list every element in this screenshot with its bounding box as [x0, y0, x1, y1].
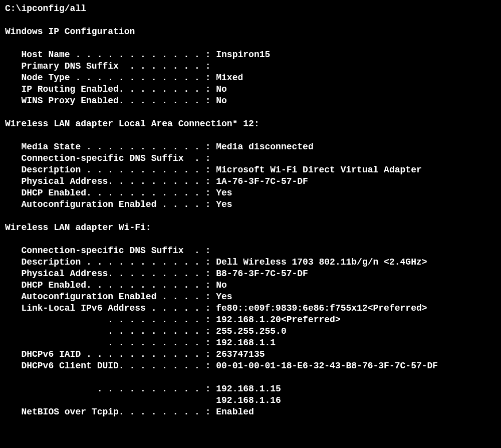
dhcp-enabled-line: DHCP Enabled. . . . . . . . . . . : Yes: [5, 188, 232, 198]
netbios-over-tcpip-line: NetBIOS over Tcpip. . . . . . . . : Enab…: [5, 407, 254, 417]
ipv4-address-line: . . . . . . . . . : 192.168.1.20<Preferr…: [5, 315, 341, 325]
terminal-output: C:\ipconfig/all Windows IP Configuration…: [0, 0, 501, 421]
wins-proxy-enabled-line: WINS Proxy Enabled. . . . . . . . : No: [5, 96, 227, 106]
media-state-line: Media State . . . . . . . . . . . : Medi…: [5, 142, 314, 152]
connection-specific-dns-suffix-line: Connection-specific DNS Suffix . :: [5, 153, 210, 163]
node-type-line: Node Type . . . . . . . . . . . . : Mixe…: [5, 73, 243, 83]
link-local-ipv6-address-line: Link-Local IPv6 Address . . . . . : fe80…: [5, 303, 427, 313]
autoconfiguration-enabled-line: Autoconfiguration Enabled . . . . : Yes: [5, 292, 232, 302]
physical-address-line: Physical Address. . . . . . . . . : 1A-7…: [5, 176, 308, 186]
physical-address-line: Physical Address. . . . . . . . . : B8-7…: [5, 269, 308, 279]
dhcpv6-iaid-line: DHCPv6 IAID . . . . . . . . . . . : 2637…: [5, 349, 265, 359]
subnet-mask-line: . . . . . . . . . : 255.255.255.0: [5, 326, 287, 336]
dhcpv6-client-duid-line: DHCPv6 Client DUID. . . . . . . . : 00-0…: [5, 361, 438, 371]
connection-specific-dns-suffix-line: Connection-specific DNS Suffix . :: [5, 246, 210, 256]
description-line: Description . . . . . . . . . . . : Micr…: [5, 165, 422, 175]
adapter-header-wifi: Wireless LAN adapter Wi-Fi:: [5, 222, 151, 233]
description-line: Description . . . . . . . . . . . : Dell…: [5, 257, 427, 267]
dns-servers-line-1: . . . . . . . . . . : 192.168.1.15: [5, 384, 281, 394]
host-name-line: Host Name . . . . . . . . . . . . : Insp…: [5, 50, 270, 60]
adapter-header-local-area-12: Wireless LAN adapter Local Area Connecti…: [5, 119, 260, 129]
autoconfiguration-enabled-line: Autoconfiguration Enabled . . . . : Yes: [5, 199, 232, 209]
ip-routing-enabled-line: IP Routing Enabled. . . . . . . . : No: [5, 84, 227, 94]
primary-dns-suffix-line: Primary DNS Suffix . . . . . . . :: [5, 61, 210, 71]
dhcp-enabled-line: DHCP Enabled. . . . . . . . . . . : No: [5, 280, 227, 290]
ip-config-header: Windows IP Configuration: [5, 27, 135, 37]
default-gateway-line: . . . . . . . . . : 192.168.1.1: [5, 338, 276, 348]
dns-servers-line-2: 192.168.1.16: [5, 395, 281, 405]
command-prompt-line: C:\ipconfig/all: [5, 4, 86, 14]
